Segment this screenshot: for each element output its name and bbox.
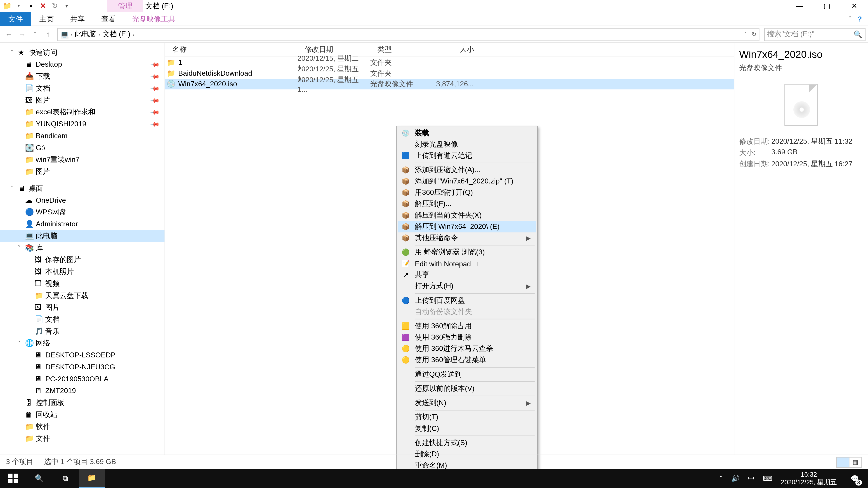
taskbar-explorer[interactable]: 📁 — [79, 469, 105, 488]
search-icon[interactable]: 🔍 — [854, 30, 863, 38]
qat-item[interactable]: ▪ — [26, 1, 36, 11]
context-menu-item[interactable]: 📝Edit with Notepad++ — [398, 258, 536, 269]
forward-button[interactable]: → — [16, 28, 29, 41]
qat-delete-icon[interactable]: ✕ — [38, 1, 48, 11]
nav-item[interactable]: ☁OneDrive — [0, 194, 164, 206]
ribbon-tab-iso-tool[interactable]: 光盘映像工具 — [124, 12, 184, 26]
context-menu-item[interactable]: 🔵上传到百度网盘 — [398, 295, 536, 306]
nav-item[interactable]: 🖥DESKTOP-NJEU3CG — [0, 361, 164, 373]
context-menu-item[interactable]: 🟦上传到有道云笔记 — [398, 150, 536, 162]
file-row[interactable]: 📁12020/12/15, 星期二 1...文件夹 — [165, 57, 734, 68]
qat-item[interactable]: ↻ — [50, 1, 60, 11]
view-details-button[interactable]: ≡ — [836, 457, 849, 467]
minimize-button[interactable]: — — [786, 0, 813, 12]
close-button[interactable]: ✕ — [840, 0, 868, 12]
help-icon[interactable]: ? — [858, 15, 862, 23]
context-menu-item[interactable]: 📦添加到压缩文件(A)... — [398, 164, 536, 176]
context-menu-item[interactable]: 📦解压到 Win7x64_2020\ (E) — [398, 221, 536, 232]
nav-item[interactable]: 🖥Desktop📌 — [0, 58, 164, 70]
context-menu-item[interactable]: 刻录光盘映像 — [398, 139, 536, 150]
context-menu-item[interactable]: 还原以前的版本(V) — [398, 383, 536, 394]
taskbar-clock[interactable]: 16:32 2020/12/25, 星期五 — [781, 470, 837, 486]
nav-item[interactable]: 📁YUNQISHI2019📌 — [0, 118, 164, 130]
back-button[interactable]: ← — [2, 28, 16, 41]
context-menu-item[interactable]: 🟡使用 360管理右键菜单 — [398, 355, 536, 366]
nav-item[interactable]: 📁图片 — [0, 166, 164, 177]
context-menu-item[interactable]: 🟢用 蜂蜜浏览器 浏览(3) — [398, 247, 536, 258]
chevron-right-icon[interactable]: › — [131, 31, 135, 37]
nav-item[interactable]: ˅🖥桌面 — [0, 182, 164, 194]
address-dropdown-icon[interactable]: ˅ — [744, 31, 747, 37]
qat-dropdown-icon[interactable]: ▾ — [62, 1, 71, 11]
nav-item[interactable]: 💽G:\ — [0, 142, 164, 154]
chevron-right-icon[interactable]: › — [69, 31, 73, 37]
search-button[interactable]: 🔍 — [26, 469, 53, 488]
context-menu-item[interactable]: 创建快捷方式(S) — [398, 437, 536, 449]
nav-item[interactable]: 📁天翼云盘下载 — [0, 290, 164, 302]
nav-item[interactable]: 📁文件 — [0, 432, 164, 445]
nav-item[interactable]: 👤Administrator — [0, 218, 164, 230]
chevron-right-icon[interactable]: › — [97, 31, 101, 37]
ribbon-tab-view[interactable]: 查看 — [93, 12, 124, 26]
nav-item[interactable]: 📁软件 — [0, 421, 164, 433]
ribbon-collapse-icon[interactable]: ˄ — [848, 15, 851, 22]
column-size[interactable]: 大小 — [432, 45, 480, 55]
nav-item[interactable]: 🖼保存的图片 — [0, 254, 164, 266]
context-menu-item[interactable]: 🟪使用 360强力删除 — [398, 332, 536, 343]
nav-item[interactable]: 📁Bandicam — [0, 130, 164, 142]
column-type[interactable]: 类型 — [370, 45, 432, 55]
file-row[interactable]: 📁BaiduNetdiskDownload2020/12/25, 星期五 1..… — [165, 68, 734, 78]
contextual-tab-manage[interactable]: 管理 — [107, 0, 143, 12]
nav-item[interactable]: 🖼图片 — [0, 301, 164, 313]
recent-dropdown[interactable]: ˅ — [29, 28, 42, 41]
volume-icon[interactable]: 🔊 — [731, 475, 740, 482]
nav-item[interactable]: 🎵音乐 — [0, 325, 164, 337]
action-center-icon[interactable]: 💬3 — [845, 469, 864, 488]
context-menu-item[interactable]: 剪切(T) — [398, 412, 536, 423]
nav-item[interactable]: ˅🌐网络 — [0, 337, 164, 349]
task-view-button[interactable]: ⧉ — [53, 469, 79, 488]
refresh-icon[interactable]: ↻ — [752, 31, 756, 37]
nav-item[interactable]: 📄文档📌 — [0, 82, 164, 94]
ime-mode-icon[interactable]: ⌨ — [763, 475, 772, 482]
nav-item[interactable]: 📁excel表格制作求和📌 — [0, 106, 164, 118]
context-menu-item[interactable]: 📦解压到(F)... — [398, 198, 536, 210]
address-bar[interactable]: 💻 › 此电脑 › 文档 (E:) › ˅ ↻ — [57, 28, 759, 41]
context-menu-item[interactable]: 🟨使用 360解除占用 — [398, 321, 536, 332]
context-menu-item[interactable]: 复制(C) — [398, 423, 536, 434]
tray-overflow-icon[interactable]: ˄ — [719, 475, 723, 482]
context-menu-item[interactable]: 📦用360压缩打开(Q) — [398, 187, 536, 198]
nav-item[interactable]: 🎛控制面板 — [0, 397, 164, 409]
context-menu-item[interactable]: 通过QQ发送到 — [398, 369, 536, 380]
nav-item[interactable]: 💻此电脑 — [0, 230, 164, 242]
qat-item[interactable]: ▫ — [14, 1, 24, 11]
ribbon-tab-home[interactable]: 主页 — [31, 12, 62, 26]
context-menu-item[interactable]: ↗共享 — [398, 269, 536, 281]
breadcrumb[interactable]: 此电脑 — [73, 29, 97, 39]
ime-indicator[interactable]: 中 — [748, 474, 754, 483]
nav-item[interactable]: ˅📚库 — [0, 242, 164, 254]
up-button[interactable]: ↑ — [42, 28, 55, 41]
ribbon-tab-share[interactable]: 共享 — [62, 12, 93, 26]
column-headers[interactable]: 名称 修改日期 类型 大小 — [165, 43, 734, 57]
nav-item[interactable]: 🗑回收站 — [0, 409, 164, 421]
ribbon-tab-file[interactable]: 文件 — [0, 12, 31, 26]
nav-item[interactable]: 🔵WPS网盘 — [0, 206, 164, 218]
context-menu-item[interactable]: 🟡使用 360进行木马云查杀 — [398, 343, 536, 355]
nav-item[interactable]: ˅★快速访问 — [0, 46, 164, 59]
nav-item[interactable]: 🖼本机照片 — [0, 266, 164, 278]
nav-item[interactable]: 🎞视频 — [0, 278, 164, 290]
column-name[interactable]: 名称 — [165, 45, 297, 55]
context-menu-item[interactable]: 📦添加到 "Win7x64_2020.zip" (T) — [398, 176, 536, 187]
view-icons-button[interactable]: ▦ — [849, 457, 862, 467]
file-row[interactable]: 💿Win7x64_2020.iso2020/12/25, 星期五 1...光盘映… — [165, 78, 734, 89]
breadcrumb[interactable]: 文档 (E:) — [101, 29, 131, 39]
nav-item[interactable]: 🖥PC-20190530OBLA — [0, 373, 164, 385]
nav-item[interactable]: 🖥DESKTOP-LSSOEDP — [0, 349, 164, 361]
nav-item[interactable]: 📄文档 — [0, 313, 164, 325]
search-input[interactable]: 搜索"文档 (E:)" 🔍 — [764, 28, 866, 41]
context-menu-item[interactable]: 📦其他压缩命令▶ — [398, 232, 536, 243]
context-menu-item[interactable]: 💿装载 — [398, 127, 536, 139]
file-list-area[interactable]: 名称 修改日期 类型 大小 📁12020/12/15, 星期二 1...文件夹📁… — [165, 43, 734, 455]
nav-item[interactable]: 🖥ZMT2019 — [0, 385, 164, 397]
